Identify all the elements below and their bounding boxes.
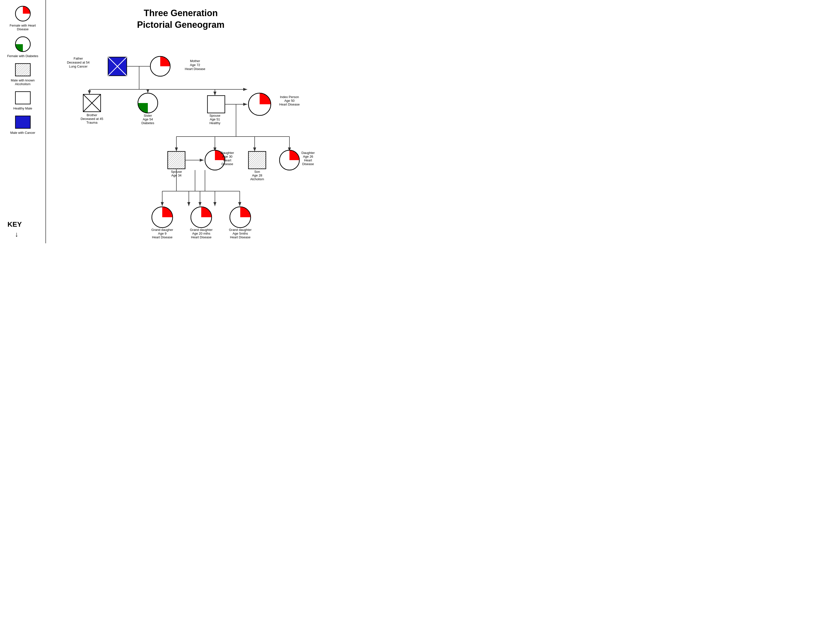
svg-rect-7: [15, 116, 30, 128]
female-diabetes-icon: [14, 36, 31, 53]
key-item-male-alcoholism: Male with known Alcoholism: [4, 62, 42, 86]
geneogram-diagram: Father Deceased at 54 Lung Cancer Mother…: [46, 30, 316, 243]
spouse-gen2-label2: Age 51: [210, 117, 220, 121]
key-label-male-cancer: Male with Cancer: [10, 131, 35, 135]
index-label3: Heart Disease: [279, 102, 300, 106]
daughter-gen3-2-label4: Disease: [302, 162, 314, 166]
spouse-gen2-symbol: [208, 95, 225, 113]
son-gen3-symbol: [249, 151, 266, 169]
son-gen3-label3: Alcholism: [250, 177, 264, 181]
father-label: Father: [74, 57, 83, 60]
sister-label: Sister: [143, 114, 152, 117]
brother-label2: Deceased at 45: [81, 117, 103, 121]
key-item-female-diabetes: Female with Diabetes: [4, 36, 42, 58]
daughter-gen3-1-label3: Heart: [223, 158, 231, 162]
key-arrow: ↓: [15, 230, 18, 238]
male-cancer-icon: [14, 115, 31, 130]
grand-daughter-2-label3: Heart Disease: [191, 235, 211, 239]
key-label-female-diabetes: Female with Diabetes: [7, 54, 38, 58]
key-item-female-heart-disease: Female with Heart Disease: [4, 5, 42, 31]
key-label-female-heart-disease: Female with Heart Disease: [4, 24, 42, 31]
sister-label2: Age 54: [143, 117, 153, 121]
key-label-male-alcoholism: Male with known Alcoholism: [4, 79, 42, 86]
index-label: Index Person: [280, 95, 299, 99]
grand-daughter-3-label: Grand daughter: [229, 228, 252, 232]
daughter-gen3-1-label4: Disease: [222, 162, 233, 166]
key-item-male-cancer: Male with Cancer: [4, 115, 42, 135]
spouse-gen2-label: Spouse: [209, 114, 221, 117]
key-item-healthy-male: Healthy Male: [4, 90, 42, 110]
son-gen3-label2: Age 28: [252, 174, 262, 177]
father-label2: Deceased at 54: [67, 61, 89, 64]
grand-daughter-2-label2: Age 20 mths: [192, 232, 211, 235]
grand-daughter-3-label2: Age 5mths: [232, 232, 248, 235]
brother-label3: Trauma: [86, 121, 98, 124]
svg-rect-5: [15, 64, 30, 76]
male-alcoholism-icon: [14, 62, 31, 77]
daughter-gen3-1-label: Daughter: [221, 151, 234, 154]
grand-daughter-1-label: Grand daugher: [151, 228, 173, 232]
spouse-gen3-symbol: [168, 151, 185, 169]
brother-label: Brother: [87, 113, 97, 117]
daughter-gen3-2-label3: Heart: [304, 158, 312, 162]
grand-daughter-2-label: Grand daughter: [190, 228, 212, 232]
son-gen3-label: Son: [254, 170, 260, 174]
father-label3: Lung Cancer: [69, 64, 88, 68]
healthy-male-icon: [14, 90, 31, 105]
mother-label2: Age 72: [190, 63, 200, 67]
svg-rect-6: [15, 92, 30, 104]
key-panel: Female with Heart Disease Female with Di…: [0, 0, 46, 243]
grand-daughter-3-label3: Heart Disease: [230, 235, 250, 239]
daughter-gen3-2-label: Daughter: [301, 151, 315, 154]
page-title: Three Generation Pictorial Geneogram: [46, 0, 316, 31]
mother-label3: Heart Disease: [185, 67, 205, 71]
grand-daughter-1-label3: Heart Disease: [152, 235, 173, 239]
daughter-gen3-2-label2: Age 26: [303, 154, 313, 158]
spouse-gen2-label3: Healthy: [209, 121, 221, 125]
sister-label3: Diabetes: [142, 121, 154, 125]
key-label-healthy-male: Healthy Male: [13, 107, 32, 110]
mother-label: Mother: [190, 59, 200, 63]
female-heart-disease-icon: [14, 5, 31, 22]
index-label2: Age 50: [284, 99, 295, 102]
grand-daughter-1-label2: Age 9: [158, 232, 166, 235]
daughter-gen3-1-label2: Age 30: [222, 154, 232, 158]
key-title: KEY: [7, 220, 22, 228]
